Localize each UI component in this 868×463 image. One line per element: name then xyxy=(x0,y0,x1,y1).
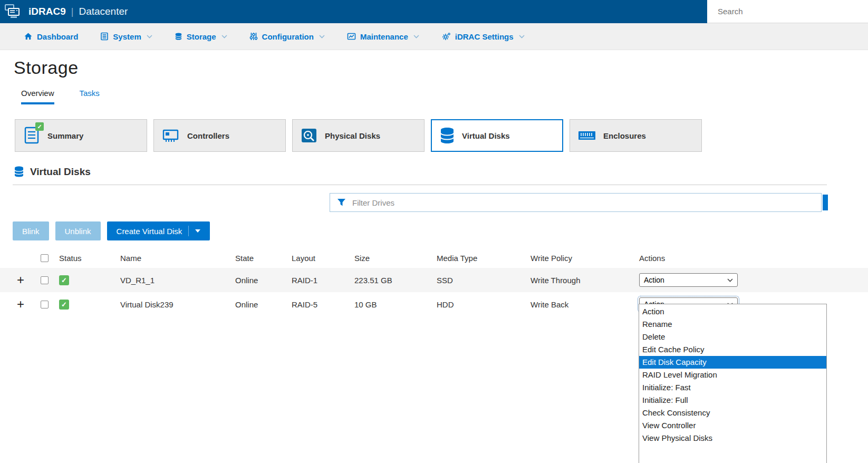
cell-layout: RAID-5 xyxy=(292,300,354,309)
nav-configuration[interactable]: Configuration xyxy=(238,32,336,41)
chevron-down-icon xyxy=(147,35,152,38)
tab-tasks[interactable]: Tasks xyxy=(80,89,100,104)
cell-media-type: HDD xyxy=(437,300,531,309)
cell-write-policy: Write Through xyxy=(531,276,639,285)
chevron-down-icon xyxy=(221,35,227,38)
menu-item-raid-level-migration[interactable]: RAID Level Migration xyxy=(639,369,826,381)
card-label: Summary xyxy=(47,131,83,140)
enclosures-icon xyxy=(577,129,596,142)
card-summary[interactable]: ✓ Summary xyxy=(15,119,147,152)
virtual-disks-icon xyxy=(14,166,24,178)
system-icon xyxy=(100,32,109,41)
filter-row xyxy=(0,193,868,213)
section-divider xyxy=(13,185,827,185)
card-label: Controllers xyxy=(187,131,229,140)
menu-item-edit-cache-policy[interactable]: Edit Cache Policy xyxy=(639,343,826,356)
idrac-logo-icon xyxy=(4,4,23,20)
cell-state: Online xyxy=(235,300,292,309)
nav-label: System xyxy=(113,32,141,41)
menu-item-view-controller[interactable]: View Controller xyxy=(639,419,826,432)
col-header-name: Name xyxy=(120,254,235,263)
expand-row-icon[interactable]: + xyxy=(17,273,24,287)
col-header-actions: Actions xyxy=(639,254,868,263)
main-nav: Dashboard System Storage Configuration M… xyxy=(0,23,868,50)
col-header-write-policy: Write Policy xyxy=(531,254,639,263)
chevron-down-icon xyxy=(727,278,733,282)
col-header-size: Size xyxy=(354,254,437,263)
chevron-down-icon xyxy=(413,35,419,38)
maintenance-icon xyxy=(347,32,356,41)
action-select[interactable]: Action xyxy=(639,273,738,287)
status-ok-icon: ✓ xyxy=(59,300,69,310)
nav-label: Dashboard xyxy=(37,32,78,41)
menu-item-view-physical-disks[interactable]: View Physical Disks xyxy=(639,432,826,445)
card-controllers[interactable]: Controllers xyxy=(153,119,286,152)
card-label: Enclosures xyxy=(603,131,646,140)
blink-button[interactable]: Blink xyxy=(13,221,49,240)
physical-disks-icon xyxy=(300,127,318,144)
tab-overview[interactable]: Overview xyxy=(21,89,54,104)
card-enclosures[interactable]: Enclosures xyxy=(570,119,702,152)
table-row: + ✓ VD_R1_1 Online RAID-1 223.51 GB SSD … xyxy=(0,268,868,292)
menu-item-action[interactable]: Action xyxy=(639,305,826,318)
menu-item-initialize-fast[interactable]: Initialize: Fast xyxy=(639,381,826,394)
expand-row-icon[interactable]: + xyxy=(17,297,24,311)
filter-funnel-icon xyxy=(337,198,346,207)
nav-maintenance[interactable]: Maintenance xyxy=(336,32,430,41)
nav-dashboard[interactable]: Dashboard xyxy=(13,32,89,41)
card-physical-disks[interactable]: Physical Disks xyxy=(292,119,425,152)
global-search xyxy=(707,0,868,23)
cell-name: Virtual Disk239 xyxy=(120,300,235,309)
controllers-icon xyxy=(161,127,180,144)
status-ok-icon: ✓ xyxy=(59,275,69,285)
nav-storage[interactable]: Storage xyxy=(163,32,238,41)
card-label: Physical Disks xyxy=(325,131,380,140)
cell-layout: RAID-1 xyxy=(292,276,354,285)
chevron-down-icon xyxy=(195,229,200,233)
nav-label: Maintenance xyxy=(360,32,408,41)
top-bar: iDRAC9 | Datacenter xyxy=(0,0,868,23)
chevron-down-icon xyxy=(519,35,525,38)
unblink-button[interactable]: Unblink xyxy=(55,221,101,240)
search-input[interactable] xyxy=(707,7,868,16)
create-virtual-disk-button[interactable]: Create Virtual Disk xyxy=(107,221,210,240)
cell-size: 10 GB xyxy=(354,300,437,309)
summary-healthy-badge: ✓ xyxy=(35,122,44,131)
row-checkbox[interactable] xyxy=(41,276,49,284)
col-header-layout: Layout xyxy=(292,254,354,263)
chevron-down-icon xyxy=(319,35,325,38)
nav-idrac-settings[interactable]: iDRAC Settings xyxy=(430,32,536,41)
menu-item-check-consistency[interactable]: Check Consistency xyxy=(639,407,826,419)
filter-drives-input[interactable] xyxy=(330,193,822,212)
select-all-checkbox[interactable] xyxy=(41,254,49,262)
menu-item-initialize-full[interactable]: Initialize: Full xyxy=(639,394,826,407)
menu-item-rename[interactable]: Rename xyxy=(639,318,826,331)
nav-label: Storage xyxy=(187,32,216,41)
tab-strip: Overview Tasks xyxy=(21,89,868,104)
gear-icon xyxy=(441,32,451,41)
row-checkbox[interactable] xyxy=(41,301,49,308)
menu-item-delete[interactable]: Delete xyxy=(639,331,826,343)
nav-system[interactable]: System xyxy=(89,32,163,41)
section-header: Virtual Disks xyxy=(14,166,868,178)
col-header-state: State xyxy=(235,254,292,263)
card-virtual-disks[interactable]: Virtual Disks xyxy=(431,119,563,152)
cell-media-type: SSD xyxy=(437,276,531,285)
nav-label: Configuration xyxy=(262,32,314,41)
storage-view-cards: ✓ Summary Controllers Physical Disks Vir… xyxy=(15,119,868,152)
action-dropdown-menu: Action Rename Delete Edit Cache Policy E… xyxy=(639,304,827,463)
advanced-filter-button[interactable] xyxy=(823,195,828,210)
configuration-icon xyxy=(249,32,258,41)
action-select-value: Action xyxy=(644,276,664,284)
brand-name: iDRAC9 xyxy=(28,6,66,17)
create-virtual-disk-caret[interactable] xyxy=(188,226,200,236)
section-title: Virtual Disks xyxy=(30,166,91,178)
table-header-row: Status Name State Layout Size Media Type… xyxy=(0,248,868,268)
brand-separator: | xyxy=(71,6,74,17)
home-icon xyxy=(24,32,33,41)
nav-label: iDRAC Settings xyxy=(455,32,514,41)
create-virtual-disk-label: Create Virtual Disk xyxy=(117,227,182,236)
col-header-media-type: Media Type xyxy=(437,254,531,263)
col-header-status: Status xyxy=(59,254,120,263)
menu-item-edit-disk-capacity[interactable]: Edit Disk Capacity xyxy=(639,356,826,369)
